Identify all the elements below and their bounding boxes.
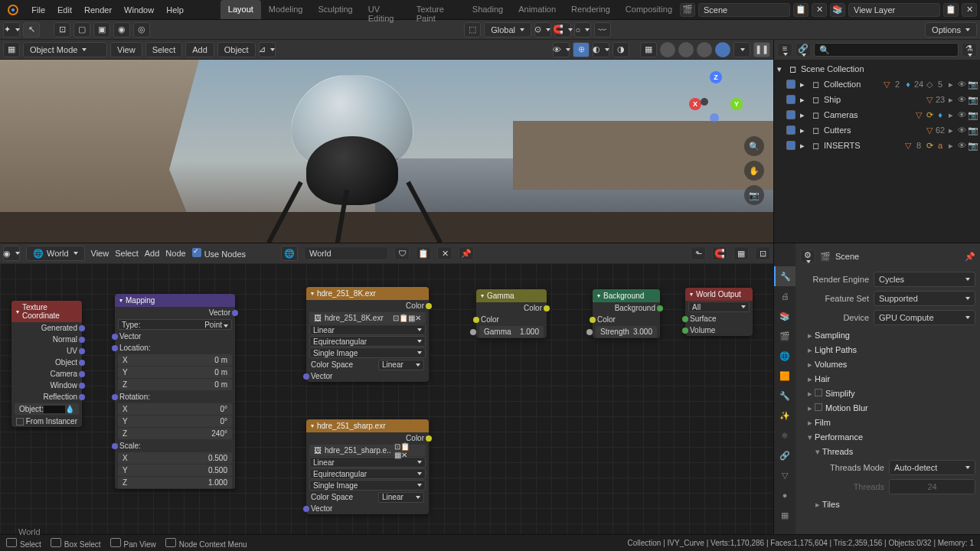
socket-in-vector[interactable]: Vector [306,370,429,382]
node-gamma[interactable]: Gamma Color Color Gamma1.000 [476,289,547,338]
outliner-item[interactable]: ▸◻ Cutters ▽62▸👁📷 [774,122,980,138]
socket-reflection[interactable]: Reflection [11,391,82,403]
select-menu[interactable]: Select [145,42,183,57]
socket-normal[interactable]: Normal [11,334,82,345]
node-env-texture-1[interactable]: hdre_251_8K.exr Color 🖼hdre_251_8K.exr⊡📋… [306,287,429,382]
rotation-x[interactable]: X0° [118,403,232,415]
proportional-icon[interactable]: ◉ [113,22,130,37]
props-pin-icon[interactable]: 📌 [965,252,975,262]
menu-render[interactable]: Render [78,2,118,18]
section-volumes[interactable]: Volumes [800,357,975,372]
props-options-icon[interactable]: ⚙ [800,249,815,263]
node-env-texture-2[interactable]: hdre_251_sharp.exr Color 🖼hdre_251_sharp… [306,419,429,514]
world-new-icon[interactable]: 📋 [416,246,431,260]
node-parent-icon[interactable]: ⬑ [691,246,706,260]
section-tiles[interactable]: Tiles [800,497,975,512]
section-hair[interactable]: Hair [800,372,975,386]
feature-set-select[interactable]: Supported [874,291,975,306]
view-menu[interactable]: View [110,42,142,57]
rotation-y[interactable]: Y0° [118,416,232,427]
rotation-z[interactable]: Z240° [118,428,232,439]
node-texture-coordinate[interactable]: Texture Coordinate Generated Normal UV O… [11,301,82,427]
viewlayer-browse-icon[interactable]: 📚 [830,3,845,17]
tab-modifiers-icon[interactable]: 🔧 [774,386,795,406]
tab-object-icon[interactable]: 🟧 [774,366,795,386]
node-backdrop-icon[interactable]: ⊡ [755,246,770,260]
node-title[interactable]: Background [593,289,660,302]
options-dropdown[interactable]: Options [925,22,977,37]
workspace-layout[interactable]: Layout [220,0,261,19]
node-world-output[interactable]: World Output All Surface Volume [685,288,753,336]
outliner-filter-icon[interactable]: ⚗ [962,43,977,57]
image-browse[interactable]: 🖼hdre_251_sharp.e..⊡📋▦✕ [309,445,426,456]
orientation-select[interactable]: Global [484,22,531,37]
tab-material-icon[interactable]: ● [774,485,795,505]
strength-value[interactable]: Strength3.000 [596,326,657,337]
socket-out-background[interactable]: Background [593,302,660,314]
outliner-item[interactable]: ▸◻ INSERTS ▽8⟳a▸👁📷 [774,138,980,153]
workspace-animation[interactable]: Animation [511,0,564,19]
editor-type-icon[interactable]: ✦ [3,22,20,37]
section-film[interactable]: Film [800,416,975,430]
viewport-3d[interactable]: Z X Y 🔍 ✋ 📷 [0,60,773,243]
snap-target-icon[interactable]: ▣ [93,22,110,37]
collection-visibility-icon[interactable]: ⊿ [259,42,276,57]
curve-falloff-icon[interactable]: 〰 [594,22,611,37]
socket-out-vector[interactable]: Vector [115,307,235,318]
socket-in-color[interactable]: Color [476,314,547,325]
gizmo-toggle-icon[interactable]: ⊕ [573,42,590,57]
workspace-modeling[interactable]: Modeling [261,0,311,19]
device-select[interactable]: GPU Compute [874,310,975,325]
pivot-icon[interactable]: ⊙ [534,22,551,37]
world-pin-icon[interactable]: 📌 [459,246,474,260]
workspace-rendering[interactable]: Rendering [564,0,618,19]
editor-type-shader-icon[interactable]: ◉ [3,246,20,261]
outliner-search[interactable]: 🔍 [814,43,959,57]
shading-dropdown-icon[interactable] [733,42,750,57]
outliner-item[interactable]: ▸◻ Cameras ▽⟳♦▸👁📷 [774,107,980,122]
node-node-menu[interactable]: Node [165,249,185,258]
cursor-tool-icon[interactable]: ↖ [23,22,40,37]
colorspace-row[interactable]: Color SpaceLinear [306,359,429,370]
orientation-icon[interactable]: ⬚ [464,22,481,37]
object-picker[interactable]: Object:💧 [15,403,79,415]
socket-out-color[interactable]: Color [306,300,429,311]
use-nodes-checkbox[interactable]: Use Nodes [192,248,246,259]
location-y[interactable]: Y0 m [118,367,232,378]
socket-camera[interactable]: Camera [11,368,82,380]
overlay-dropdown-icon[interactable]: ◑ [612,42,629,57]
shading-solid-icon[interactable] [678,42,694,57]
proportional-falloff-icon[interactable]: ◎ [133,22,150,37]
node-snap-icon[interactable]: 🧲 [712,246,727,260]
world-fake-user-icon[interactable]: 🛡 [394,246,410,260]
editor-type-3d-icon[interactable]: ▦ [3,42,20,57]
menu-file[interactable]: File [25,2,51,18]
from-instancer-checkbox[interactable]: From Instancer [11,416,82,427]
tab-physics-icon[interactable]: ⚛ [774,425,795,445]
scene-browse-icon[interactable]: 🎬 [680,3,695,17]
snap-icon[interactable]: 🧲 [554,22,571,37]
tab-world-icon[interactable]: 🌐 [774,346,795,366]
socket-in-vector[interactable]: Vector [115,331,235,342]
world-unlink-icon[interactable]: ✕ [437,246,452,260]
tab-particles-icon[interactable]: ✨ [774,406,795,425]
scene-new-icon[interactable]: 📋 [793,3,808,17]
proportional-edit-icon[interactable]: ○ [574,22,591,37]
shader-type-select[interactable]: 🌐 World [26,246,85,261]
snap-toggle-icon[interactable]: ⊡ [54,22,70,37]
outliner-item[interactable]: ▸◻ Ship ▽23▸👁📷 [774,92,980,107]
scene-name-field[interactable]: Scene [698,3,790,17]
mode-select[interactable]: Object Mode [23,42,107,57]
pan-hand-icon[interactable]: ✋ [744,161,764,181]
outliner-item[interactable]: ▸◻ Collection ▽2♦24◇5▸👁📷 [774,77,980,92]
nav-gizmo[interactable]: Z X Y [689,71,743,125]
node-title[interactable]: hdre_251_8K.exr [306,287,429,300]
mapping-type-select[interactable]: Type:Point [118,319,232,330]
mode-select[interactable]: Single Image [309,480,426,491]
snap-element-icon[interactable]: ▢ [74,22,90,37]
colorspace-row[interactable]: Color SpaceLinear [306,491,429,503]
workspace-uv-editing[interactable]: UV Editing [361,0,409,19]
section-motion-blur[interactable]: Motion Blur [800,401,975,416]
menu-edit[interactable]: Edit [51,2,78,18]
proj-select[interactable]: Equirectangular [309,468,426,479]
